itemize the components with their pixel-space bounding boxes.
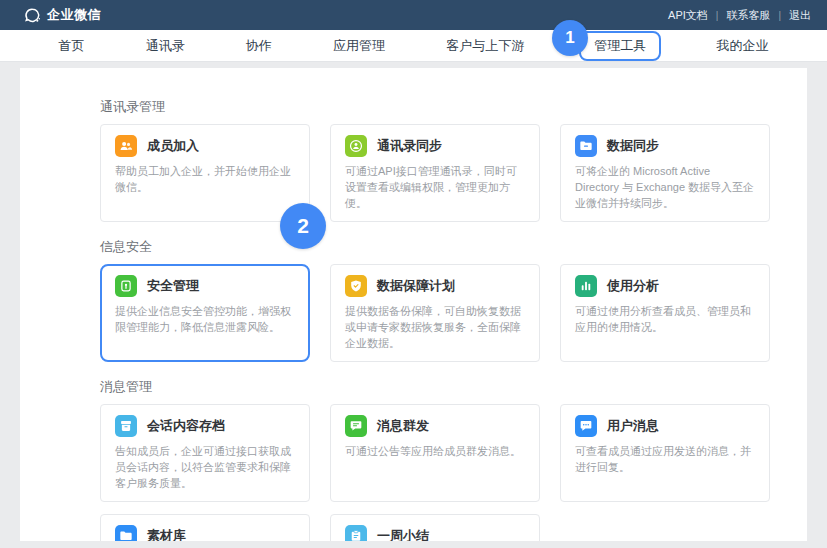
card-head: 使用分析	[575, 275, 755, 297]
card-grid-contacts-management: 成员加入帮助员工加入企业，并开始使用企业微信。通讯录同步可通过API接口管理通讯…	[100, 124, 770, 222]
topbar-link-separator: |	[778, 10, 781, 21]
nav-item-my-company[interactable]: 我的企业	[710, 33, 774, 59]
card-title-contacts-sync: 通讯录同步	[377, 137, 442, 155]
section-message-management: 消息管理会话内容存档告知成员后，企业可通过接口获取成员会话内容，以符合监管要求和…	[100, 378, 770, 541]
card-title-weekly-summary: 一周小结	[377, 527, 429, 541]
content-panel: 通讯录管理成员加入帮助员工加入企业，并开始使用企业微信。通讯录同步可通过API接…	[20, 68, 807, 541]
card-data-protection-plan[interactable]: 数据保障计划提供数据备份保障，可自助恢复数据或申请专家数据恢复服务，全面保障企业…	[330, 264, 540, 362]
api-docs-link[interactable]: API文档	[668, 8, 708, 23]
clipboard-icon	[345, 525, 367, 541]
card-grid-information-security: 安全管理提供企业信息安全管控功能，增强权限管理能力，降低信息泄露风险。数据保障计…	[100, 264, 770, 362]
section-information-security: 信息安全安全管理提供企业信息安全管控功能，增强权限管理能力，降低信息泄露风险。数…	[100, 238, 770, 362]
card-material-library[interactable]: 素材库可将重要常用的素材存放在此，方便管理员发送消息。	[100, 514, 310, 541]
card-head: 成员加入	[115, 135, 295, 157]
card-head: 一周小结	[345, 525, 525, 541]
section-title-message-management: 消息管理	[100, 378, 770, 394]
card-desc-contacts-sync: 可通过API接口管理通讯录，同时可设置查看或编辑权限，管理更加方便。	[345, 163, 525, 211]
card-message-broadcast[interactable]: 消息群发可通过公告等应用给成员群发消息。	[330, 404, 540, 502]
folder-sync-icon	[575, 135, 597, 157]
card-head: 数据同步	[575, 135, 755, 157]
card-desc-data-sync: 可将企业的 Microsoft Active Directory 与 Excha…	[575, 163, 755, 211]
card-title-data-sync: 数据同步	[607, 137, 659, 155]
bar-chart-icon	[575, 275, 597, 297]
card-head: 会话内容存档	[115, 415, 295, 437]
section-title-contacts-management: 通讯录管理	[100, 98, 770, 114]
card-desc-chat-archive: 告知成员后，企业可通过接口获取成员会话内容，以符合监管要求和保障客户服务质量。	[115, 443, 295, 491]
nav-item-customers[interactable]: 客户与上下游	[440, 33, 530, 59]
section-title-information-security: 信息安全	[100, 238, 770, 254]
topbar-link-separator: |	[716, 10, 719, 21]
card-security-management[interactable]: 安全管理提供企业信息安全管控功能，增强权限管理能力，降低信息泄露风险。	[100, 264, 310, 362]
card-desc-user-messages: 可查看成员通过应用发送的消息，并进行回复。	[575, 443, 755, 475]
card-head: 素材库	[115, 525, 295, 541]
chat-bubble-dots-icon	[575, 415, 597, 437]
logout-link[interactable]: 退出	[789, 8, 811, 23]
contact-support-link[interactable]: 联系客服	[726, 8, 770, 23]
card-title-material-library: 素材库	[147, 527, 186, 541]
card-head: 消息群发	[345, 415, 525, 437]
card-desc-usage-analysis: 可通过使用分析查看成员、管理员和应用的使用情况。	[575, 303, 755, 335]
card-title-usage-analysis: 使用分析	[607, 277, 659, 295]
card-user-messages[interactable]: 用户消息可查看成员通过应用发送的消息，并进行回复。	[560, 404, 770, 502]
section-contacts-management: 通讯录管理成员加入帮助员工加入企业，并开始使用企业微信。通讯录同步可通过API接…	[100, 98, 770, 222]
annotation-step-1-badge: 1	[552, 20, 588, 56]
topbar: 企业微信 API文档|联系客服|退出	[0, 0, 827, 30]
card-desc-data-protection-plan: 提供数据备份保障，可自助恢复数据或申请专家数据恢复服务，全面保障企业数据。	[345, 303, 525, 351]
card-title-security-management: 安全管理	[147, 277, 199, 295]
card-grid-message-management: 会话内容存档告知成员后，企业可通过接口获取成员会话内容，以符合监管要求和保障客户…	[100, 404, 770, 541]
folder-icon	[115, 525, 137, 541]
card-contacts-sync[interactable]: 通讯录同步可通过API接口管理通讯录，同时可设置查看或编辑权限，管理更加方便。	[330, 124, 540, 222]
topbar-links: API文档|联系客服|退出	[668, 8, 811, 23]
annotation-step-2-badge: 2	[280, 203, 326, 249]
card-members-join[interactable]: 成员加入帮助员工加入企业，并开始使用企业微信。	[100, 124, 310, 222]
members-join-icon	[115, 135, 137, 157]
card-head: 安全管理	[115, 275, 295, 297]
brand-name: 企业微信	[47, 6, 101, 24]
card-usage-analysis[interactable]: 使用分析可通过使用分析查看成员、管理员和应用的使用情况。	[560, 264, 770, 362]
card-title-chat-archive: 会话内容存档	[147, 417, 225, 435]
card-chat-archive[interactable]: 会话内容存档告知成员后，企业可通过接口获取成员会话内容，以符合监管要求和保障客户…	[100, 404, 310, 502]
nav-item-apps[interactable]: 应用管理	[327, 33, 391, 59]
shield-icon	[345, 275, 367, 297]
wecom-logo-icon	[24, 7, 41, 24]
nav-item-home[interactable]: 首页	[53, 33, 91, 59]
card-head: 通讯录同步	[345, 135, 525, 157]
contacts-sync-icon	[345, 135, 367, 157]
card-desc-message-broadcast: 可通过公告等应用给成员群发消息。	[345, 443, 525, 459]
nav-item-admin-tools[interactable]: 管理工具	[579, 31, 661, 61]
card-desc-security-management: 提供企业信息安全管控功能，增强权限管理能力，降低信息泄露风险。	[115, 303, 295, 335]
chat-bubble-lines-icon	[345, 415, 367, 437]
security-lock-icon	[115, 275, 137, 297]
nav-item-collaboration[interactable]: 协作	[240, 33, 278, 59]
card-data-sync[interactable]: 数据同步可将企业的 Microsoft Active Directory 与 E…	[560, 124, 770, 222]
card-head: 数据保障计划	[345, 275, 525, 297]
card-title-user-messages: 用户消息	[607, 417, 659, 435]
card-head: 用户消息	[575, 415, 755, 437]
main-nav: 首页通讯录协作应用管理客户与上下游管理工具我的企业	[0, 30, 827, 62]
card-title-data-protection-plan: 数据保障计划	[377, 277, 455, 295]
brand: 企业微信	[24, 6, 101, 24]
card-weekly-summary[interactable]: 一周小结为管理员、管理者、成员汇总的一周小结，总结使用企业微信的情况。	[330, 514, 540, 541]
card-desc-members-join: 帮助员工加入企业，并开始使用企业微信。	[115, 163, 295, 195]
card-title-message-broadcast: 消息群发	[377, 417, 429, 435]
card-title-members-join: 成员加入	[147, 137, 199, 155]
nav-item-contacts[interactable]: 通讯录	[140, 33, 191, 59]
archive-box-icon	[115, 415, 137, 437]
